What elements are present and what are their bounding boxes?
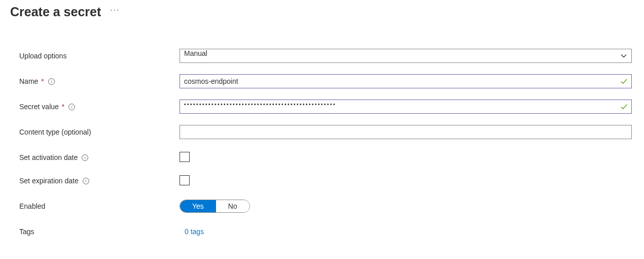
enabled-option-yes[interactable]: Yes	[180, 200, 216, 212]
content-type-input[interactable]	[180, 125, 632, 139]
upload-options-label: Upload options	[19, 52, 66, 60]
upload-options-value: Manual	[180, 49, 632, 63]
required-star-icon: *	[62, 103, 64, 111]
name-label: Name	[19, 77, 38, 85]
info-icon[interactable]: i	[48, 78, 55, 85]
secret-value-masked: ••••••••••••••••••••••••••••••••••••••••…	[184, 102, 336, 107]
content-type-label: Content type (optional)	[19, 128, 91, 136]
activation-date-label: Set activation date	[19, 153, 78, 161]
enabled-label: Enabled	[19, 202, 45, 210]
info-icon[interactable]: i	[68, 104, 75, 110]
secret-value-label: Secret value	[19, 103, 59, 111]
expiration-date-label: Set expiration date	[19, 177, 79, 185]
name-input[interactable]	[180, 74, 632, 88]
required-star-icon: *	[41, 77, 44, 85]
more-actions-button[interactable]: ···	[109, 4, 121, 19]
enabled-option-no[interactable]: No	[216, 200, 249, 212]
info-icon[interactable]: i	[83, 178, 89, 184]
expiration-date-checkbox[interactable]	[180, 175, 190, 185]
activation-date-checkbox[interactable]	[180, 152, 190, 162]
enabled-toggle: Yes No	[180, 200, 250, 213]
upload-options-select[interactable]: Manual	[180, 49, 632, 63]
page-title: Create a secret	[10, 5, 101, 19]
secret-value-input[interactable]: ••••••••••••••••••••••••••••••••••••••••…	[180, 100, 632, 114]
info-icon[interactable]: i	[82, 154, 88, 161]
tags-label: Tags	[19, 228, 34, 236]
tags-link[interactable]: 0 tags	[180, 228, 204, 236]
